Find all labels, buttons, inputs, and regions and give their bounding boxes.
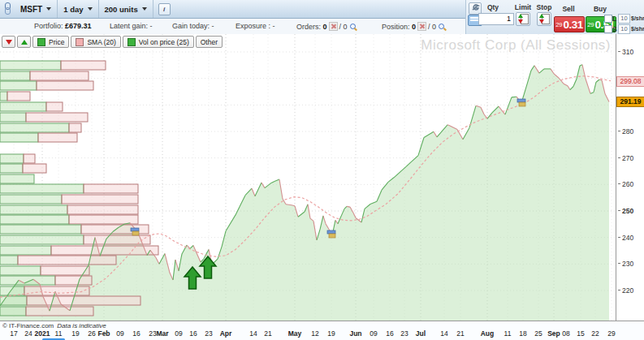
- long-unit-label: $/shr: [631, 15, 644, 21]
- y-tick-label: 220: [618, 286, 633, 295]
- copyright-note: © IT-Finance.comData is indicative: [2, 322, 106, 329]
- dividend-icon: [132, 231, 139, 235]
- link-icon[interactable]: [2, 2, 12, 15]
- volume-profile-buy-bar: [0, 102, 46, 111]
- symbol-dropdown[interactable]: MSFT: [15, 0, 58, 18]
- sma-price-tag: 299.08: [616, 76, 644, 87]
- x-tick-label: 29: [607, 329, 615, 338]
- time-axis[interactable]: © IT-Finance.comData is indicative 17242…: [0, 321, 644, 340]
- volume-profile-buy-bar: [0, 81, 37, 90]
- x-tick-label: 11: [55, 329, 63, 338]
- x-tick-label: 2021: [35, 329, 50, 338]
- legend-tab-price[interactable]: Price: [32, 36, 69, 48]
- cancel-orders-icon[interactable]: [329, 22, 338, 31]
- volume-profile-sell-bar: [69, 123, 81, 132]
- legend-color-swatch: [37, 38, 45, 46]
- volume-profile-buy-bar: [0, 246, 51, 255]
- volume-profile-sell-bar: [61, 61, 106, 70]
- chart-plot[interactable]: Microsoft Corp (All Sessions): [0, 34, 616, 321]
- x-tick-label: 18: [519, 329, 526, 338]
- view-orders-icon[interactable]: [350, 24, 357, 31]
- timeframe-dropdown[interactable]: 1 day: [58, 0, 98, 18]
- price-chart-canvas[interactable]: [0, 34, 616, 321]
- long-checkbox[interactable]: [604, 15, 612, 23]
- sell-button[interactable]: 290.31: [554, 16, 585, 32]
- sell-label: Sell: [554, 5, 583, 13]
- x-tick-label: Jun: [349, 329, 361, 338]
- buy-marker-button[interactable]: [17, 36, 31, 48]
- y-tick-label: 250: [618, 207, 633, 215]
- stop-label: Stop: [533, 3, 555, 11]
- short-offset-input[interactable]: 10: [618, 24, 630, 34]
- x-tick-label: 19: [71, 329, 79, 338]
- last-price-tag: 291.19: [616, 97, 644, 107]
- volume-profile-buy-bar: [0, 184, 84, 193]
- x-tick-label: 25: [534, 329, 542, 338]
- x-tick-label: Mar: [156, 329, 168, 338]
- x-tick-label: Sep: [547, 329, 560, 338]
- chevron-down-icon: [88, 7, 93, 11]
- short-checkbox[interactable]: [604, 25, 612, 33]
- long-offset-input[interactable]: 10: [618, 14, 630, 24]
- chevron-down-icon: [46, 7, 51, 11]
- latent-gain-status: Latent gain: -: [110, 22, 153, 30]
- price-line: [599, 80, 602, 80]
- x-tick-label: 26: [88, 329, 95, 338]
- dividend-icon: [329, 234, 335, 238]
- sell-marker-button[interactable]: [2, 36, 15, 48]
- x-tick-label: 21: [456, 329, 464, 338]
- legend-tab-sma-20[interactable]: SMA (20): [71, 36, 120, 48]
- legend-tab-vol-on-price-25[interactable]: Vol on price (25): [123, 36, 194, 48]
- symbol-label: MSFT: [20, 5, 42, 14]
- x-tick-label: 14: [249, 329, 257, 338]
- stop-order-button[interactable]: [537, 12, 551, 26]
- trading-platform-window: MSFT 1 day 200 units i Portfolio: £679.3…: [0, 0, 644, 340]
- price-axis[interactable]: 220230240250260270280290300310 299.08 29…: [616, 34, 644, 321]
- volume-profile-buy-bar: [0, 256, 18, 265]
- volume-profile-sell-bar: [69, 215, 138, 224]
- limit-order-button[interactable]: [516, 12, 530, 26]
- x-tick-label: 11: [504, 329, 512, 338]
- portfolio-status: Portfolio: £679.31: [34, 22, 92, 30]
- timeframe-label: 1 day: [63, 5, 83, 14]
- x-tick-label: 08: [562, 329, 569, 338]
- qty-input[interactable]: [478, 13, 514, 25]
- x-tick-label: Aug: [481, 329, 495, 338]
- volume-profile-buy-bar: [0, 71, 30, 80]
- x-tick-label: 16: [132, 329, 140, 338]
- volume-profile-sell-bar: [84, 184, 138, 193]
- volume-profile-buy-bar: [0, 215, 69, 224]
- view-position-icon[interactable]: [439, 24, 446, 31]
- legend-color-swatch: [128, 38, 136, 46]
- portfolio-value: £679.31: [65, 22, 92, 30]
- volume-profile-buy-bar: [0, 286, 24, 295]
- x-tick-label: 23: [205, 329, 212, 338]
- orders-status: Orders: 0/ 0: [296, 22, 357, 31]
- x-tick-label: 16: [189, 329, 197, 338]
- volume-profile-buy-bar: [0, 225, 81, 234]
- legend-tab-label: SMA (20): [87, 38, 115, 46]
- volume-profile-buy-bar: [0, 164, 23, 173]
- legend-tab-other[interactable]: Other: [196, 36, 223, 48]
- volume-profile-buy-bar: [0, 195, 62, 204]
- limit-label: Limit: [511, 3, 535, 11]
- volume-profile-buy-bar: [0, 92, 7, 101]
- x-tick-label: May: [288, 329, 302, 338]
- units-dropdown[interactable]: 200 units: [99, 0, 153, 18]
- x-tick-label: 12: [311, 329, 318, 338]
- price-line: [512, 97, 516, 97]
- close-position-icon[interactable]: [417, 22, 426, 31]
- legend-tab-label: Price: [49, 38, 64, 46]
- x-tick-label: 09: [175, 329, 182, 338]
- volume-profile-buy-bar: [0, 276, 55, 285]
- y-tick-label: 230: [618, 260, 633, 268]
- y-tick-label: 280: [618, 127, 633, 136]
- volume-profile-buy-bar: [0, 235, 84, 244]
- x-tick-label: 24: [24, 329, 32, 338]
- volume-profile-sell-bar: [55, 276, 92, 285]
- x-tick-label: Jul: [416, 329, 426, 338]
- y-tick-label: 260: [618, 180, 633, 188]
- volume-profile-sell-bar: [67, 205, 138, 214]
- info-button[interactable]: i: [158, 3, 171, 15]
- units-label: 200 units: [105, 5, 138, 14]
